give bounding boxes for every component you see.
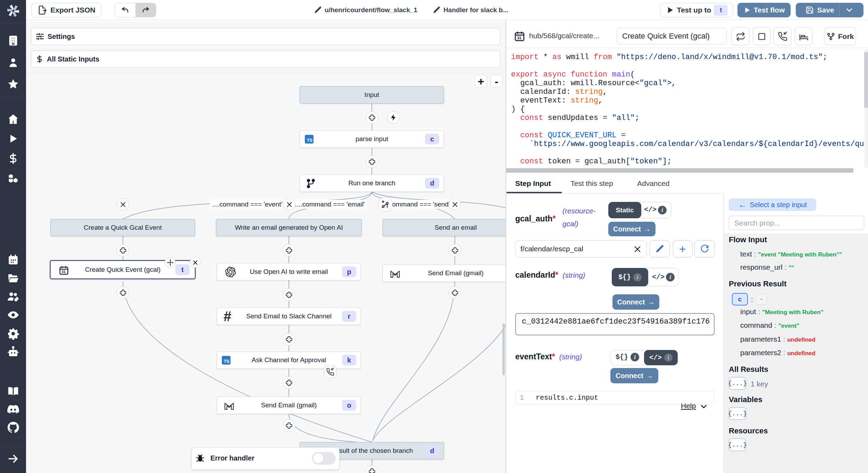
svg-text:31: 31 bbox=[517, 36, 521, 40]
